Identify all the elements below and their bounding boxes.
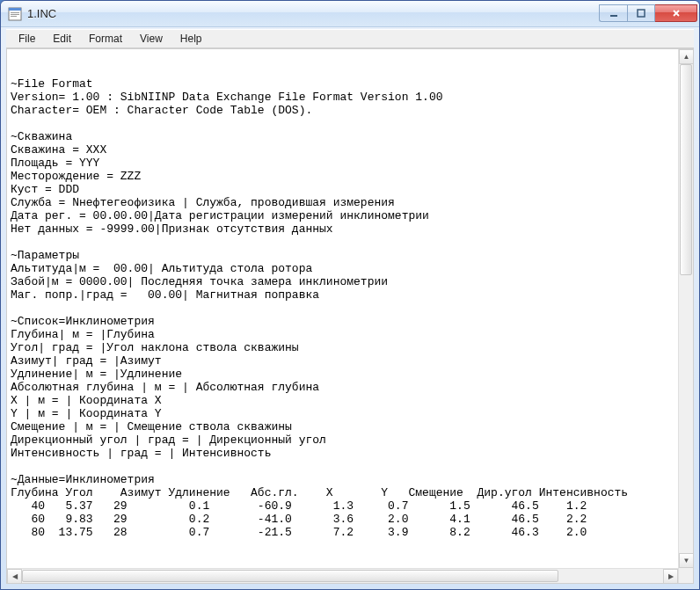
svg-rect-3 [11, 14, 19, 15]
horizontal-scroll-thumb[interactable] [22, 570, 558, 582]
app-icon [8, 7, 22, 21]
app-window: 1.INC File Edit Format View Help ~File F… [0, 0, 700, 590]
svg-rect-6 [638, 10, 645, 17]
scroll-up-button[interactable]: ▲ [679, 49, 694, 64]
vertical-scrollbar[interactable]: ▲ ▼ [678, 49, 693, 583]
window-controls [599, 4, 697, 22]
svg-rect-5 [610, 15, 617, 17]
titlebar[interactable]: 1.INC [1, 1, 699, 27]
scroll-right-button[interactable]: ▶ [663, 569, 678, 584]
close-button[interactable] [655, 4, 697, 22]
window-title: 1.INC [27, 7, 599, 20]
maximize-button[interactable] [627, 4, 655, 22]
editor-container: ~File Format Version= 1.00 : SibNIINP Da… [6, 48, 694, 584]
scroll-down-button[interactable]: ▼ [679, 553, 694, 568]
vertical-scroll-track[interactable] [679, 64, 693, 553]
text-editor[interactable]: ~File Format Version= 1.00 : SibNIINP Da… [7, 49, 678, 583]
svg-rect-2 [11, 12, 19, 13]
vertical-scroll-thumb[interactable] [680, 64, 692, 275]
menu-file[interactable]: File [10, 31, 44, 47]
menu-format[interactable]: Format [80, 31, 131, 47]
menu-help[interactable]: Help [171, 31, 211, 47]
horizontal-scroll-track[interactable] [22, 569, 663, 583]
menu-edit[interactable]: Edit [44, 31, 80, 47]
menubar: File Edit Format View Help [6, 29, 694, 48]
scroll-corner [679, 568, 694, 583]
svg-rect-1 [9, 8, 21, 11]
svg-rect-4 [11, 16, 17, 17]
menu-view[interactable]: View [131, 31, 171, 47]
scroll-left-button[interactable]: ◀ [7, 569, 22, 584]
horizontal-scrollbar[interactable]: ◀ ▶ [7, 568, 678, 583]
minimize-button[interactable] [599, 4, 627, 22]
